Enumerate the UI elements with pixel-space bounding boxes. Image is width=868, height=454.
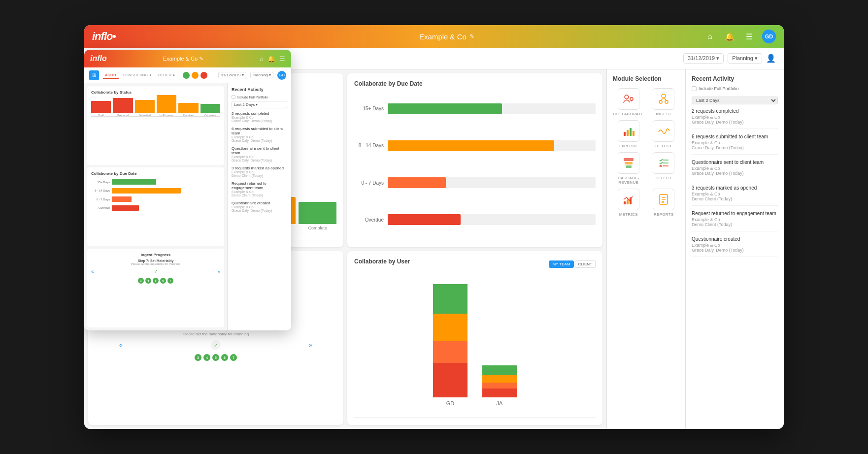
float-step-dots: 3 4 5 6 7: [138, 278, 173, 284]
next-step-arrow[interactable]: »: [309, 342, 312, 349]
company-title: Example & Co: [419, 32, 467, 41]
prev-step-arrow[interactable]: «: [119, 342, 123, 349]
tab-client[interactable]: CLIENT: [575, 260, 596, 268]
activity-item-2: 6 requests submitted to client team Exam…: [692, 134, 778, 155]
float-check: ✓: [154, 268, 158, 275]
float-act-item-3: Questionnaire sent to client team Exampl…: [232, 146, 287, 162]
module-selection-panel: Module Selection COLLABORATE: [606, 69, 685, 429]
module-metrics-label: METRICS: [619, 212, 638, 217]
module-metrics[interactable]: METRICS: [613, 189, 644, 217]
date-filter[interactable]: 31/12/2019 ▾: [683, 53, 724, 64]
float-hbar-overdue-fill: [112, 205, 139, 211]
module-ingest-label: INGEST: [656, 112, 671, 116]
float-tab-consulting[interactable]: CONSULTING ●: [121, 72, 154, 79]
activity-meta-1a: Example & Co: [692, 115, 778, 120]
module-collaborate-label: COLLABORATE: [613, 112, 644, 116]
float-user-btn[interactable]: GD: [277, 71, 286, 80]
top-nav-center: Example & Co ✎: [191, 32, 703, 41]
user-chart-header: Collaborate by User MY TEAM CLIENT: [354, 258, 596, 270]
user-avatar[interactable]: GD: [762, 30, 776, 43]
module-reports[interactable]: REPORTS: [648, 189, 680, 217]
float-dot-3[interactable]: 3: [138, 278, 144, 284]
float-traffic-lights: [183, 72, 207, 79]
float-ingest-title: Ingest Progress: [141, 253, 170, 257]
module-cascade-label: CASCADE-REVENUE: [613, 176, 644, 185]
float-act-title: Recent Activity: [232, 87, 287, 92]
float-hbar-15-lbl: 15+ Days: [91, 181, 110, 184]
step-dot-6[interactable]: 6: [221, 354, 228, 361]
activity-meta-3b: Grace Daly, Demo (Today): [692, 171, 778, 176]
module-explore[interactable]: EXPLORE: [613, 120, 644, 148]
user-icon-nav[interactable]: 👤: [766, 54, 776, 63]
float-dot-5[interactable]: 5: [153, 278, 159, 284]
float-hbar-8to14-fill: [112, 188, 181, 194]
float-home-icon[interactable]: ⌂: [260, 55, 264, 63]
module-ingest[interactable]: INGEST: [648, 88, 680, 116]
edit-icon[interactable]: ✎: [469, 33, 474, 40]
module-select-label: SELECT: [656, 176, 672, 180]
step-dot-4[interactable]: 4: [203, 354, 210, 361]
float-tl-green[interactable]: [183, 72, 190, 79]
svg-rect-20: [627, 199, 629, 204]
float-prev-arrow[interactable]: «: [91, 269, 94, 274]
activity-meta-4b: Demo Client (Today): [692, 196, 778, 201]
float-tab-audit[interactable]: AUDIT: [103, 72, 119, 79]
float-date-filter[interactable]: 31/12/2019 ▾: [218, 72, 246, 78]
portfolio-checkbox[interactable]: [692, 86, 697, 91]
tab-my-team[interactable]: MY TEAM: [549, 260, 573, 268]
float-hbar-8to14-lbl: 8 - 14 Days: [91, 189, 110, 192]
float-dot-6[interactable]: 6: [160, 278, 166, 284]
activity-meta-6b: Grace Daly, Demo (Today): [692, 248, 778, 253]
float-tab-other[interactable]: OTHER ●: [156, 72, 177, 79]
float-act-item-5: Request returned to engagement team Exam…: [232, 181, 287, 197]
float-tl-amber[interactable]: [192, 72, 199, 79]
module-select[interactable]: SELECT: [648, 152, 680, 185]
float-dot-4[interactable]: 4: [145, 278, 151, 284]
logo-area: inflo: [92, 30, 191, 43]
float-portfolio-checkbox[interactable]: [232, 95, 235, 99]
step-dot-3[interactable]: 3: [195, 354, 201, 361]
user-chart-axis: [354, 418, 596, 418]
float-bell-icon[interactable]: 🔔: [267, 55, 275, 63]
bell-icon[interactable]: 🔔: [723, 30, 736, 43]
reports-icon: [653, 189, 674, 210]
select-icon: [653, 152, 674, 174]
module-explore-label: EXPLORE: [619, 144, 638, 148]
float-bar-received-fill: [178, 103, 198, 113]
float-hbar-15-fill: [112, 179, 156, 185]
step-dots: 3 4 5 6 7: [195, 354, 237, 361]
menu-icon[interactable]: ☰: [742, 30, 756, 43]
float-grid-btn[interactable]: ⊞: [89, 70, 99, 80]
module-cascade[interactable]: CASCADE-REVENUE: [613, 152, 644, 185]
module-grid: COLLABORATE INGEST: [613, 88, 679, 217]
float-act-meta-6a: Example & Co: [232, 205, 287, 209]
float-menu-icon[interactable]: ☰: [279, 55, 285, 63]
activity-title: Recent Activity: [692, 75, 778, 82]
module-collaborate[interactable]: COLLABORATE: [613, 88, 644, 116]
float-planning-filter[interactable]: Planning ▾: [250, 72, 273, 78]
float-hbar-0to7-fill: [112, 196, 132, 202]
days-select[interactable]: Last 2 Days Last 7 Days Last 30 Days: [692, 97, 778, 104]
duedate-chart: 15+ Days 8 - 14 Days 0 - 7 Days: [354, 92, 596, 240]
float-act-meta-1b: Grace Daly, Demo (Today): [232, 119, 287, 123]
float-nav-icons: ⌂ 🔔 ☰: [260, 55, 285, 63]
float-days-select[interactable]: Last 2 Days ▾: [232, 101, 287, 108]
home-icon[interactable]: ⌂: [703, 30, 717, 43]
module-detect[interactable]: DETECT: [648, 120, 680, 148]
step-dot-7[interactable]: 7: [230, 354, 237, 361]
top-nav-bar: inflo Example & Co ✎ ⌂ 🔔 ☰ GD: [84, 25, 784, 48]
seg-ja-orange: [482, 383, 517, 389]
float-activity-panel: Recent Activity Include Full Portfolio L…: [227, 83, 291, 330]
float-hbar-overdue: Overdue: [91, 205, 220, 211]
float-next-arrow[interactable]: »: [217, 269, 220, 274]
step-dot-5[interactable]: 5: [212, 354, 219, 361]
seg-ja-amber: [482, 375, 517, 383]
float-tabs: AUDIT CONSULTING ● OTHER ●: [103, 72, 177, 79]
svg-line-6: [664, 98, 667, 100]
ingest-icon: [653, 88, 674, 110]
float-tl-red[interactable]: [200, 72, 207, 79]
float-step-text: Step 7: Set Materiality: [138, 259, 174, 262]
planning-filter[interactable]: Planning ▾: [728, 53, 762, 64]
float-dot-7[interactable]: 7: [167, 278, 173, 284]
bar-complete: Complete: [299, 202, 336, 230]
